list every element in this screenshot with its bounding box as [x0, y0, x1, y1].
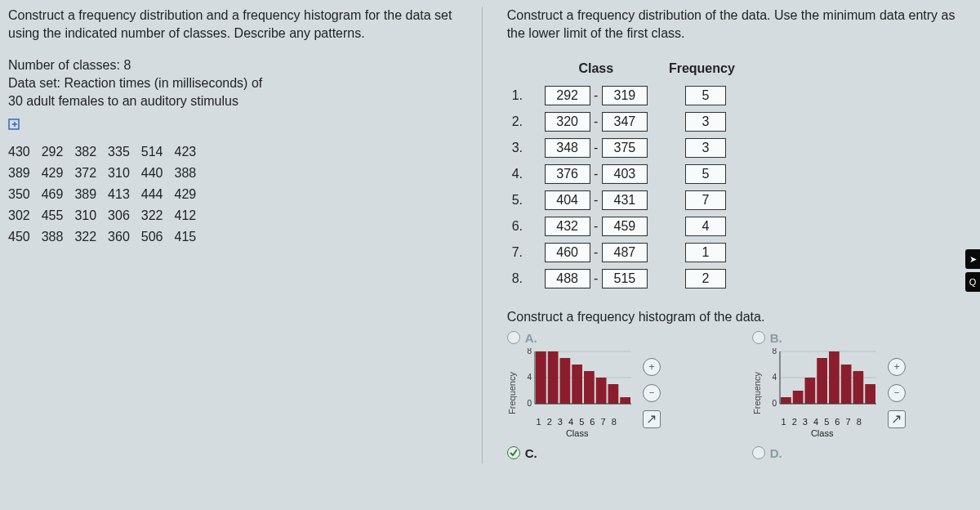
- svg-rect-7: [536, 351, 546, 404]
- svg-rect-26: [817, 358, 827, 404]
- frequency-input[interactable]: 4: [685, 217, 726, 236]
- svg-rect-25: [804, 378, 815, 404]
- row-number: 8.: [507, 266, 540, 292]
- radio-c[interactable]: [507, 446, 520, 459]
- data-cell: 310: [108, 163, 141, 184]
- data-cell: 372: [74, 163, 108, 184]
- class-upper-input[interactable]: 347: [602, 112, 648, 132]
- data-cell: 322: [141, 205, 175, 226]
- class-lower-input[interactable]: 488: [545, 269, 590, 289]
- histogram-prompt: Construct a frequency histogram of the d…: [507, 310, 972, 324]
- class-lower-input[interactable]: 460: [545, 243, 590, 262]
- rail-search-icon[interactable]: Q: [965, 272, 980, 292]
- frequency-table: Class Frequency 1.292 - 31952.320 - 3473…: [507, 58, 751, 292]
- table-row: 2.320 - 3473: [507, 109, 751, 135]
- data-cell: 430: [8, 141, 42, 163]
- svg-rect-14: [620, 397, 630, 404]
- data-cell: 292: [42, 141, 75, 163]
- option-b[interactable]: B. Frequency 048 1 2 3 4 5 6 7 8 Class ＋…: [752, 331, 964, 438]
- row-number: 7.: [507, 239, 540, 266]
- data-cell: 444: [141, 184, 175, 205]
- data-cell: 450: [8, 226, 42, 248]
- class-lower-input[interactable]: 292: [545, 86, 590, 105]
- frequency-input[interactable]: 7: [685, 190, 726, 210]
- zoom-in-icon[interactable]: ＋: [888, 358, 906, 376]
- panel-divider: [482, 7, 483, 463]
- row-number: 2.: [507, 109, 540, 135]
- class-lower-input[interactable]: 376: [545, 164, 590, 184]
- class-upper-input[interactable]: 431: [602, 190, 648, 210]
- frequency-input[interactable]: 3: [685, 112, 726, 132]
- svg-text:4: 4: [527, 373, 532, 382]
- histogram-b: 048: [765, 348, 880, 414]
- frequency-input[interactable]: 2: [685, 269, 726, 289]
- class-lower-input[interactable]: 404: [545, 190, 590, 210]
- class-upper-input[interactable]: 515: [602, 269, 648, 289]
- table-row: 5.404 - 4317: [507, 187, 751, 213]
- radio-a[interactable]: [507, 331, 520, 344]
- rail-cursor-icon[interactable]: ➤: [965, 249, 980, 269]
- histogram-a: 048: [520, 348, 635, 414]
- frequency-input[interactable]: 1: [685, 243, 726, 262]
- radio-d[interactable]: [752, 446, 765, 459]
- zoom-in-icon[interactable]: ＋: [643, 358, 661, 376]
- frequency-input[interactable]: 3: [685, 138, 726, 158]
- row-number: 4.: [507, 161, 540, 187]
- data-cell: 440: [141, 163, 175, 184]
- option-a-label: A.: [525, 331, 537, 345]
- popout-icon[interactable]: ↗: [888, 410, 906, 428]
- row-number: 5.: [507, 187, 540, 213]
- svg-rect-27: [829, 351, 840, 404]
- class-upper-input[interactable]: 459: [602, 217, 648, 236]
- svg-rect-30: [865, 384, 875, 404]
- table-row: 4.376 - 4035: [507, 161, 751, 187]
- table-row: 7.460 - 4871: [507, 239, 751, 266]
- class-upper-input[interactable]: 375: [602, 138, 648, 158]
- svg-rect-29: [853, 371, 863, 404]
- option-d[interactable]: D.: [752, 446, 964, 463]
- xticks-b: 1 2 3 4 5 6 7 8: [765, 417, 880, 427]
- freq-header: Frequency: [653, 58, 751, 83]
- ylabel-a: Frequency: [507, 372, 517, 414]
- frequency-input[interactable]: 5: [685, 86, 726, 105]
- option-c[interactable]: C.: [507, 446, 719, 463]
- option-a[interactable]: A. Frequency 048 1 2 3 4 5 6 7 8 Class ＋…: [507, 331, 719, 438]
- class-lower-input[interactable]: 432: [545, 217, 590, 236]
- dataset-label-2: 30 adult females to an auditory stimulus: [8, 94, 457, 109]
- frequency-input[interactable]: 5: [685, 164, 726, 184]
- xticks-a: 1 2 3 4 5 6 7 8: [520, 417, 635, 427]
- data-cell: 469: [42, 184, 75, 205]
- numclasses-label: Number of classes: 8: [8, 58, 457, 73]
- radio-b[interactable]: [752, 331, 765, 344]
- data-cell: 413: [108, 184, 141, 205]
- svg-rect-13: [608, 384, 618, 404]
- option-c-label: C.: [525, 446, 537, 460]
- ylabel-b: Frequency: [752, 372, 762, 414]
- data-cell: 412: [175, 205, 208, 226]
- svg-rect-28: [840, 365, 851, 404]
- class-upper-input[interactable]: 319: [602, 86, 648, 105]
- raw-data-table: 4302923823355144233894293723104403883504…: [8, 141, 207, 248]
- xlabel-b: Class: [765, 428, 880, 438]
- class-lower-input[interactable]: 348: [545, 138, 590, 158]
- data-cell: 382: [74, 141, 108, 163]
- class-upper-input[interactable]: 487: [602, 243, 648, 262]
- row-number: 3.: [507, 135, 540, 161]
- svg-rect-12: [595, 378, 606, 404]
- data-cell: 360: [108, 226, 141, 248]
- zoom-out-icon[interactable]: －: [643, 384, 661, 402]
- svg-text:8: 8: [527, 348, 532, 356]
- zoom-out-icon[interactable]: －: [888, 384, 906, 402]
- svg-rect-23: [781, 397, 791, 404]
- option-d-label: D.: [770, 446, 782, 460]
- class-header: Class: [540, 58, 653, 83]
- data-cell: 415: [175, 226, 208, 248]
- open-data-set-icon[interactable]: [8, 119, 23, 132]
- svg-text:0: 0: [772, 399, 777, 408]
- popout-icon[interactable]: ↗: [643, 410, 661, 428]
- data-cell: 423: [175, 141, 208, 163]
- class-lower-input[interactable]: 320: [545, 112, 590, 132]
- table-row: 3.348 - 3753: [507, 135, 751, 161]
- class-upper-input[interactable]: 403: [602, 164, 648, 184]
- table-row: 1.292 - 3195: [507, 83, 751, 109]
